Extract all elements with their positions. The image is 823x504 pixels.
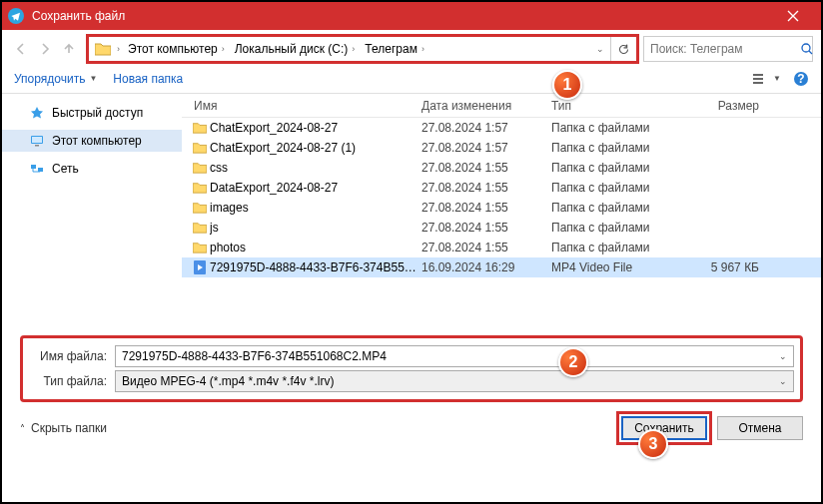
svg-text:?: ? xyxy=(797,72,804,86)
organize-menu[interactable]: Упорядочить ▼ xyxy=(14,72,97,86)
chevron-right-icon: › xyxy=(117,44,120,54)
cancel-button[interactable]: Отмена xyxy=(717,416,803,440)
refresh-button[interactable] xyxy=(610,37,636,61)
folder-icon xyxy=(190,202,210,214)
nav-up-button[interactable] xyxy=(58,38,80,60)
file-name: css xyxy=(210,161,421,175)
chevron-down-icon[interactable]: ⌄ xyxy=(779,376,787,386)
file-date: 27.08.2024 1:55 xyxy=(421,221,551,235)
view-options-button[interactable]: ▼ xyxy=(753,73,781,85)
folder-icon xyxy=(190,142,210,154)
chevron-down-icon[interactable]: ⌄ xyxy=(779,351,787,361)
video-file-icon xyxy=(190,260,210,274)
nav-back-button[interactable] xyxy=(10,38,32,60)
sidebar-item-network[interactable]: Сеть xyxy=(2,158,182,180)
col-size[interactable]: Размер xyxy=(691,99,771,113)
table-row[interactable]: js27.08.2024 1:55Папка с файлами xyxy=(182,218,821,238)
col-type[interactable]: Тип xyxy=(551,99,691,113)
chevron-right-icon: › xyxy=(421,44,424,54)
folder-icon xyxy=(190,162,210,174)
filetype-value: Видео MPEG-4 (*.mp4 *.m4v *.f4v *.lrv) xyxy=(122,374,779,388)
column-headers[interactable]: Имя Дата изменения Тип Размер xyxy=(182,94,821,118)
footer: ˄ Скрыть папки Сохранить Отмена xyxy=(2,406,821,440)
file-date: 27.08.2024 1:55 xyxy=(421,161,551,175)
navbar: › Этот компьютер› Локальный диск (C:)› Т… xyxy=(2,30,821,64)
main-area: Быстрый доступ Этот компьютер Сеть Имя Д… xyxy=(2,94,821,323)
sidebar-item-thispc[interactable]: Этот компьютер xyxy=(2,130,182,152)
filetype-select[interactable]: Видео MPEG-4 (*.mp4 *.m4v *.f4v *.lrv) ⌄ xyxy=(115,370,794,392)
table-row[interactable]: photos27.08.2024 1:55Папка с файлами xyxy=(182,238,821,257)
address-bar[interactable]: › Этот компьютер› Локальный диск (C:)› Т… xyxy=(88,36,637,62)
file-type: Папка с файлами xyxy=(551,121,691,135)
hide-folders-toggle[interactable]: ˄ Скрыть папки xyxy=(20,421,107,435)
filename-input-wrap[interactable]: ⌄ xyxy=(115,345,794,367)
file-name: ChatExport_2024-08-27 (1) xyxy=(210,141,421,155)
file-date: 27.08.2024 1:55 xyxy=(421,201,551,215)
table-row[interactable]: images27.08.2024 1:55Папка с файлами xyxy=(182,198,821,218)
file-name: images xyxy=(210,201,421,215)
search-box[interactable] xyxy=(643,36,813,62)
col-name[interactable]: Имя xyxy=(182,99,421,113)
file-list: Имя Дата изменения Тип Размер ChatExport… xyxy=(182,94,821,323)
chevron-up-icon: ˄ xyxy=(20,423,25,434)
file-date: 16.09.2024 16:29 xyxy=(421,260,551,274)
nav-forward-button[interactable] xyxy=(34,38,56,60)
svg-rect-10 xyxy=(31,165,36,169)
sidebar-item-label: Быстрый доступ xyxy=(52,106,143,120)
file-name: photos xyxy=(210,241,421,254)
table-row[interactable]: DataExport_2024-08-2727.08.2024 1:55Папк… xyxy=(182,178,821,198)
svg-rect-4 xyxy=(753,82,763,84)
table-row[interactable]: ChatExport_2024-08-27 (1)27.08.2024 1:57… xyxy=(182,138,821,158)
search-input[interactable] xyxy=(650,42,800,56)
crumb-0[interactable]: Этот компьютер› xyxy=(122,37,229,61)
table-row[interactable]: 7291975D-4888-4433-B7F6-374B551068C...16… xyxy=(182,257,821,277)
file-type: Папка с файлами xyxy=(551,201,691,215)
computer-icon xyxy=(30,134,44,148)
filetype-label: Тип файла: xyxy=(29,374,107,388)
crumb-1[interactable]: Локальный диск (C:)› xyxy=(229,37,360,61)
search-icon[interactable] xyxy=(800,42,814,56)
svg-rect-9 xyxy=(35,145,39,147)
file-name: js xyxy=(210,221,421,235)
file-type: Папка с файлами xyxy=(551,221,691,235)
file-type: Папка с файлами xyxy=(551,161,691,175)
table-row[interactable]: ChatExport_2024-08-2727.08.2024 1:57Папк… xyxy=(182,118,821,138)
fields-group: Имя файла: ⌄ Тип файла: Видео MPEG-4 (*.… xyxy=(20,335,803,402)
svg-rect-3 xyxy=(753,78,763,80)
filename-input[interactable] xyxy=(122,349,779,363)
file-name: 7291975D-4888-4433-B7F6-374B551068C... xyxy=(210,260,421,274)
svg-rect-8 xyxy=(32,137,42,143)
folder-icon xyxy=(93,39,113,59)
chevron-down-icon: ▼ xyxy=(89,74,97,83)
folder-icon xyxy=(190,242,210,253)
help-button[interactable]: ? xyxy=(793,71,809,87)
titlebar: Сохранить файл xyxy=(2,2,821,30)
table-row[interactable]: css27.08.2024 1:55Папка с файлами xyxy=(182,158,821,178)
chevron-right-icon: › xyxy=(222,44,225,54)
chevron-down-icon[interactable]: ⌄ xyxy=(590,44,610,54)
crumb-2[interactable]: Телеграм› xyxy=(359,37,428,61)
filename-label: Имя файла: xyxy=(29,349,107,363)
breadcrumb: Этот компьютер› Локальный диск (C:)› Тел… xyxy=(122,37,590,61)
file-name: DataExport_2024-08-27 xyxy=(210,181,421,195)
toolbar: Упорядочить ▼ Новая папка ▼ ? xyxy=(2,64,821,94)
file-date: 27.08.2024 1:55 xyxy=(421,181,551,195)
file-type: Папка с файлами xyxy=(551,241,691,254)
new-folder-button[interactable]: Новая папка xyxy=(113,72,183,86)
file-name: ChatExport_2024-08-27 xyxy=(210,121,421,135)
sidebar: Быстрый доступ Этот компьютер Сеть xyxy=(2,94,182,323)
close-button[interactable] xyxy=(771,2,815,30)
chevron-right-icon: › xyxy=(352,44,355,54)
svg-point-1 xyxy=(802,44,810,52)
sidebar-item-quickaccess[interactable]: Быстрый доступ xyxy=(2,102,182,124)
network-icon xyxy=(30,162,44,176)
svg-rect-11 xyxy=(38,168,43,172)
col-date[interactable]: Дата изменения xyxy=(421,99,551,113)
svg-rect-2 xyxy=(753,74,763,76)
save-button[interactable]: Сохранить xyxy=(621,416,707,440)
file-type: Папка с файлами xyxy=(551,141,691,155)
file-type: MP4 Video File xyxy=(551,260,691,274)
file-date: 27.08.2024 1:57 xyxy=(421,121,551,135)
file-date: 27.08.2024 1:57 xyxy=(421,141,551,155)
sidebar-item-label: Этот компьютер xyxy=(52,134,142,148)
